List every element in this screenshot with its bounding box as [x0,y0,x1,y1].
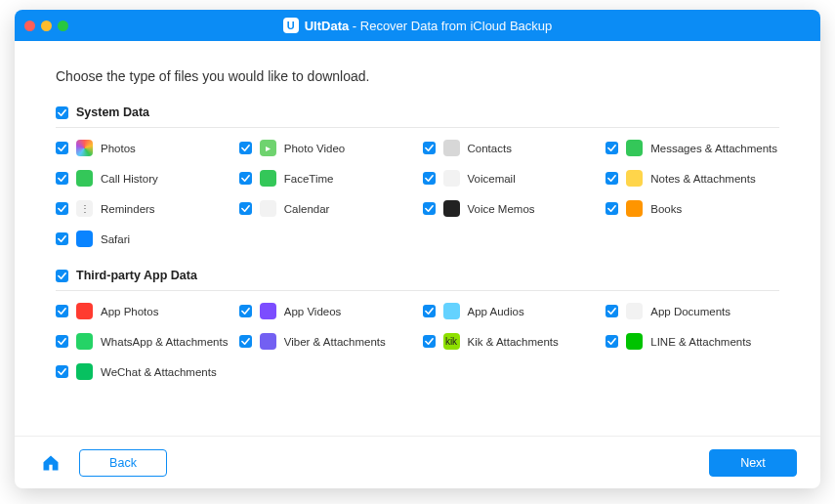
thirdparty-item-label: Kik & Attachments [468,336,559,348]
thirdparty-data-grid: App PhotosApp VideosApp AudiosApp Docume… [56,303,779,380]
system-checkbox-safari[interactable] [56,232,68,245]
thirdparty-item-label: WeChat & Attachments [101,366,217,378]
reminders-icon: ⋮ [76,200,93,217]
next-button[interactable]: Next [709,449,797,477]
system-item-label: FaceTime [284,173,334,185]
thirdparty-data-checkbox[interactable] [56,270,68,282]
line-attachments-icon [626,333,643,350]
thirdparty-checkbox-wechat-attachments[interactable] [56,365,68,378]
system-checkbox-notes-attachments[interactable] [605,172,618,185]
system-item-label: Notes & Attachments [650,173,755,185]
system-item-label: Messages & Attachments [650,143,777,154]
content-area: Choose the type of files you would like … [15,41,820,436]
system-item-safari[interactable]: Safari [56,231,230,247]
footer: Back Next [15,436,820,488]
app-logo-icon: U [283,18,299,33]
photos-icon [76,140,93,156]
back-button[interactable]: Back [79,449,167,477]
system-checkbox-reminders[interactable] [56,202,68,215]
thirdparty-checkbox-app-photos[interactable] [56,305,68,317]
system-item-contacts[interactable]: Contacts [423,140,597,156]
system-item-label: Call History [101,173,158,185]
minimize-window-icon[interactable] [41,21,52,31]
thirdparty-item-label: App Photos [101,306,158,317]
thirdparty-item-label: App Videos [284,306,342,317]
system-item-call-history[interactable]: Call History [56,170,230,187]
system-checkbox-calendar[interactable] [239,202,252,215]
system-data-checkbox[interactable] [56,106,68,119]
system-checkbox-photos[interactable] [56,142,68,154]
system-checkbox-voicemail[interactable] [423,172,436,185]
thirdparty-item-label: LINE & Attachments [650,336,751,348]
call-history-icon [76,170,93,187]
thirdparty-item-label: App Audios [468,306,524,317]
system-checkbox-facetime[interactable] [239,172,252,185]
thirdparty-data-label: Third-party App Data [76,269,197,282]
books-icon [626,200,643,217]
calendar-icon [260,200,276,217]
system-checkbox-call-history[interactable] [56,172,68,185]
safari-icon [76,231,93,247]
thirdparty-checkbox-kik-attachments[interactable] [423,335,436,348]
system-checkbox-voice-memos[interactable] [423,202,436,215]
thirdparty-item-wechat-attachments[interactable]: WeChat & Attachments [56,363,230,380]
system-item-voice-memos[interactable]: Voice Memos [423,200,597,217]
title-text: U UltData - Recover Data from iCloud Bac… [15,18,820,33]
kik-attachments-icon: kik [443,333,460,350]
thirdparty-item-line-attachments[interactable]: LINE & Attachments [605,333,779,350]
home-button[interactable] [38,450,63,476]
system-checkbox-messages-attachments[interactable] [605,142,618,154]
app-subtitle: Recover Data from iCloud Backup [360,19,553,33]
system-item-reminders[interactable]: ⋮Reminders [56,200,230,217]
thirdparty-checkbox-app-documents[interactable] [605,305,618,317]
thirdparty-item-viber-attachments[interactable]: Viber & Attachments [239,333,413,350]
system-data-label: System Data [76,105,149,119]
title-separator: - [349,19,360,33]
system-checkbox-photo-video[interactable] [239,142,252,154]
system-item-messages-attachments[interactable]: Messages & Attachments [605,140,779,156]
facetime-icon [260,170,276,187]
thirdparty-data-header[interactable]: Third-party App Data [56,269,779,291]
notes-attachments-icon [626,170,643,187]
system-item-label: Voice Memos [468,203,535,215]
thirdparty-item-app-audios[interactable]: App Audios [423,303,597,319]
maximize-window-icon[interactable] [58,21,68,31]
system-data-header[interactable]: System Data [56,105,779,128]
system-item-photos[interactable]: Photos [56,140,230,156]
thirdparty-item-whatsapp-attachments[interactable]: WhatsApp & Attachments [56,333,230,350]
system-checkbox-books[interactable] [605,202,618,215]
thirdparty-item-app-documents[interactable]: App Documents [605,303,779,319]
messages-attachments-icon [626,140,643,156]
app-audios-icon [443,303,460,319]
system-item-books[interactable]: Books [605,200,779,217]
window-controls [24,21,68,31]
system-item-facetime[interactable]: FaceTime [239,170,413,187]
thirdparty-item-app-videos[interactable]: App Videos [239,303,413,319]
thirdparty-item-kik-attachments[interactable]: kikKik & Attachments [423,333,597,350]
app-photos-icon [76,303,93,319]
thirdparty-checkbox-app-audios[interactable] [423,305,436,317]
system-item-label: Voicemail [468,173,516,185]
system-checkbox-contacts[interactable] [423,142,436,154]
photo-video-icon: ▸ [260,140,276,156]
thirdparty-checkbox-line-attachments[interactable] [605,335,618,348]
system-item-notes-attachments[interactable]: Notes & Attachments [605,170,779,187]
system-item-photo-video[interactable]: ▸Photo Video [239,140,413,156]
page-heading: Choose the type of files you would like … [56,68,779,84]
thirdparty-item-app-photos[interactable]: App Photos [56,303,230,319]
system-item-label: Books [650,203,682,215]
thirdparty-checkbox-whatsapp-attachments[interactable] [56,335,68,348]
wechat-attachments-icon [76,363,93,380]
thirdparty-item-label: Viber & Attachments [284,336,386,348]
app-videos-icon [260,303,276,319]
voice-memos-icon [443,200,460,217]
app-window: U UltData - Recover Data from iCloud Bac… [15,10,820,488]
system-item-voicemail[interactable]: Voicemail [423,170,597,187]
system-item-label: Calendar [284,203,330,215]
thirdparty-checkbox-viber-attachments[interactable] [239,335,252,348]
app-name: UltData [305,19,350,33]
system-item-calendar[interactable]: Calendar [239,200,413,217]
thirdparty-checkbox-app-videos[interactable] [239,305,252,317]
close-window-icon[interactable] [24,21,35,31]
viber-attachments-icon [260,333,276,350]
